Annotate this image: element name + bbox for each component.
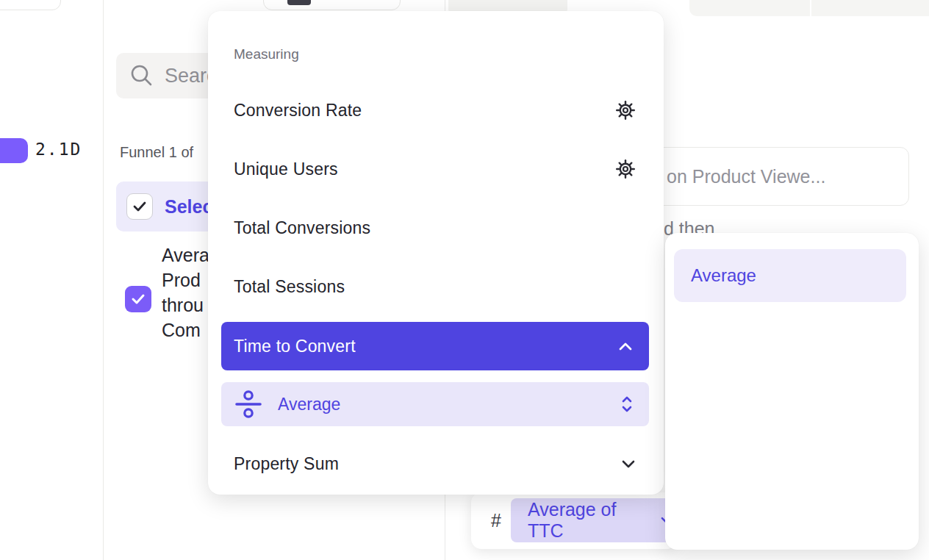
step-description-line: Prod (162, 268, 209, 292)
property-value-card: # Average of TTC (471, 492, 677, 549)
step-description-line: throu (162, 292, 209, 317)
menu-item-time-to-convert[interactable]: Time to Convert (221, 322, 649, 370)
step-duration-badge: 2.1D (35, 140, 82, 159)
divide-icon (235, 389, 262, 420)
submenu-item-average[interactable]: Average (674, 249, 906, 302)
measuring-menu-header: Measuring (234, 46, 299, 62)
number-type-icon: # (491, 510, 501, 531)
funnel-chart-icon (287, 0, 311, 5)
top-right-tab-2[interactable] (811, 0, 929, 16)
event-selector-label: on Product Viewe... (667, 166, 825, 187)
top-left-partial-control (0, 0, 61, 10)
menu-item-property-sum[interactable]: Property Sum (208, 440, 664, 487)
menu-item-total-sessions[interactable]: Total Sessions (208, 263, 664, 310)
menu-item-label: Total Conversions (234, 218, 370, 238)
average-of-ttc-label: Average of TTC (528, 499, 653, 542)
top-right-tab-1[interactable] (689, 0, 810, 16)
check-icon (130, 291, 146, 307)
menu-item-label: Total Sessions (234, 277, 345, 297)
menu-item-conversion-rate[interactable]: Conversion Rate (208, 87, 664, 134)
check-icon (132, 198, 148, 215)
measuring-menu: Measuring Conversion Rate Unique Users (208, 11, 664, 495)
menu-item-label: Average (278, 395, 621, 414)
gear-icon[interactable] (615, 100, 636, 121)
gear-icon[interactable] (615, 159, 636, 179)
step-description-line: Avera (162, 243, 209, 268)
unfold-caret-icon (621, 395, 633, 413)
top-gray-partial (448, 0, 567, 12)
top-chart-type-partial[interactable] (263, 0, 401, 10)
funnel-measuring-screen: 2.1D Search Funnel 1 of Select Avera Pro… (0, 0, 929, 560)
select-all-checkbox[interactable] (126, 193, 153, 220)
left-divider (103, 0, 104, 560)
step-description: Avera Prod throu Com (162, 243, 209, 342)
aggregation-submenu: Average Median Percentile Minimum Maximu… (665, 233, 919, 550)
menu-item-unique-users[interactable]: Unique Users (208, 146, 664, 193)
menu-item-total-conversions[interactable]: Total Conversions (208, 204, 664, 251)
chevron-up-icon (618, 342, 633, 351)
menu-item-label: Unique Users (234, 159, 338, 179)
step-checkbox[interactable] (125, 286, 151, 312)
event-selector-card[interactable]: on Product Viewe... (647, 147, 909, 206)
search-icon (129, 63, 154, 88)
menu-item-label: Property Sum (234, 454, 339, 474)
menu-item-ttc-average[interactable]: Average (221, 382, 649, 426)
funnel-count-label: Funnel 1 of (120, 144, 193, 161)
chevron-down-icon (621, 459, 636, 469)
menu-item-label: Time to Convert (234, 337, 356, 356)
submenu-item-median[interactable]: Median (665, 545, 919, 560)
funnel-step-color-bar (0, 138, 28, 163)
submenu-item-label: Average (691, 265, 756, 286)
menu-item-label: Conversion Rate (234, 101, 362, 121)
average-of-ttc-dropdown[interactable]: Average of TTC (511, 498, 672, 542)
step-description-line: Com (162, 317, 209, 342)
